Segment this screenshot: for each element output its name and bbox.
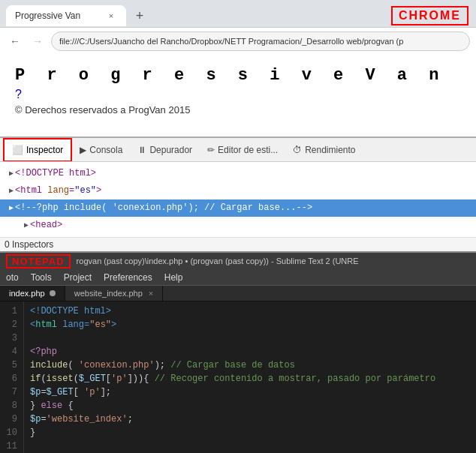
tab-title: Progressive Van [15, 10, 99, 21]
dom-panel: ▶<!DOCTYPE html> ▶<html lang="es"> ▶<!--… [0, 162, 476, 238]
lang-attr-val: "es" [74, 185, 96, 196]
dom-line-php-comment[interactable]: ▶<!--?php include( 'conexion.php'); // C… [0, 200, 476, 217]
style-editor-label: Editor de esti... [218, 145, 278, 155]
code-line-10: } [30, 426, 470, 440]
lang-attr-name: lang [47, 185, 69, 196]
debugger-icon: ⏸ [137, 145, 146, 155]
console-label: Consola [89, 145, 122, 155]
code-line-1: <!DOCTYPE html> [30, 304, 470, 318]
tab-style-editor[interactable]: ✏ Editor de esti... [200, 138, 285, 162]
inspector-label: Inspector [26, 145, 63, 155]
code-line-6: if(isset($_GET['p'])){ // Recoger conten… [30, 372, 470, 386]
code-line-9: $p='website_index'; [30, 412, 470, 426]
code-line-5: include( 'conexion.php'); // Cargar base… [30, 358, 470, 372]
performance-label: Rendimiento [305, 145, 355, 155]
tab-console[interactable]: ▶ Consola [72, 138, 130, 162]
inspector-icon: ⬜ [12, 145, 23, 155]
inspectors-count: 0 Inspectors [5, 239, 53, 250]
chrome-label: CHROME [391, 6, 468, 26]
address-bar[interactable]: file:///C:/Users/Juancho del Rancho/Drop… [51, 32, 470, 51]
code-line-2: <html lang="es"> [30, 318, 470, 332]
nav-bar: ← → file:///C:/Users/Juancho del Rancho/… [0, 27, 476, 54]
code-line-3 [30, 332, 470, 345]
menu-tools[interactable]: Tools [31, 272, 52, 283]
tab-performance[interactable]: ⏱ Rendimiento [285, 138, 363, 162]
head-tag: <head> [30, 220, 62, 230]
tab-website-close[interactable]: × [149, 289, 153, 298]
new-tab-button[interactable]: + [129, 5, 150, 26]
tab-bar: Progressive Van × + CHROME [0, 0, 476, 27]
line-numbers: 1 2 3 4 5 6 7 8 9 10 11 12 13 [0, 302, 24, 453]
menu-help[interactable]: Help [164, 272, 183, 283]
tab-inspector[interactable]: ⬜ Inspector [3, 138, 72, 162]
sublime-window: NOTEPAD rogvan (past copy)\index.php • (… [0, 251, 476, 453]
address-text: file:///C:/Users/Juancho del Rancho/Drop… [59, 37, 403, 46]
tab-index-label: index.php [9, 289, 45, 298]
dom-line-head[interactable]: ▶▶<head> [0, 217, 476, 234]
page-title: P r o g r e s s i v e V a n [15, 66, 461, 85]
webpage-content: P r o g r e s s i v e V a n ? © Derechos… [0, 54, 476, 136]
forward-button[interactable]: → [29, 32, 47, 50]
menu-preferences[interactable]: Preferences [104, 272, 152, 283]
tab-index-php[interactable]: index.php [0, 286, 65, 301]
code-line-11 [30, 440, 470, 453]
tab-modified-indicator [50, 290, 56, 296]
devtools-toolbar: ⬜ Inspector ▶ Consola ⏸ Depurador ✏ Edit… [0, 138, 476, 162]
code-line-7: $p=$_GET[ 'p']; [30, 386, 470, 399]
style-editor-icon: ✏ [207, 145, 215, 155]
sublime-titlebar: NOTEPAD rogvan (past copy)\index.php • (… [0, 253, 476, 269]
console-icon: ▶ [80, 145, 86, 155]
page-question: ? [15, 88, 461, 101]
notepad-label: NOTEPAD [6, 254, 71, 268]
code-content[interactable]: <!DOCTYPE html> <html lang="es"> <?php i… [24, 302, 476, 453]
dom-line-doctype[interactable]: ▶<!DOCTYPE html> [0, 165, 476, 182]
debugger-label: Depurador [149, 145, 192, 155]
menu-oto[interactable]: oto [6, 272, 19, 283]
performance-icon: ⏱ [293, 145, 302, 155]
tab-website-label: website_index.php [74, 289, 143, 298]
inspectors-badge: 0 Inspectors [0, 238, 476, 251]
back-button[interactable]: ← [6, 32, 24, 50]
dom-line-html[interactable]: ▶<html lang="es"> [0, 182, 476, 200]
devtools-panel: ⬜ Inspector ▶ Consola ⏸ Depurador ✏ Edit… [0, 136, 476, 251]
php-comment-text: <!--?php include( 'conexion.php'); // Ca… [15, 202, 312, 213]
page-copyright: © Derechos reservados a ProgVan 2015 [15, 104, 461, 116]
code-line-8: } else { [30, 399, 470, 412]
browser-chrome: Progressive Van × + CHROME ← → file:///C… [0, 0, 476, 54]
code-line-4: <?php [30, 345, 470, 358]
menu-project[interactable]: Project [64, 272, 92, 283]
doctype-text: <!DOCTYPE html> [15, 168, 96, 178]
html-open-tag: <html [15, 185, 42, 196]
sublime-title-text: rogvan (past copy)\index.php • (progvan … [77, 256, 359, 266]
sublime-file-tabs: index.php website_index.php × [0, 286, 476, 302]
browser-tab[interactable]: Progressive Van × [6, 5, 126, 26]
menu-bar: oto Tools Project Preferences Help [0, 269, 476, 286]
tab-debugger[interactable]: ⏸ Depurador [130, 138, 200, 162]
tab-close-button[interactable]: × [105, 10, 117, 22]
tab-website-index-php[interactable]: website_index.php × [65, 286, 164, 301]
code-editor[interactable]: 1 2 3 4 5 6 7 8 9 10 11 12 13 <!DOCTYPE … [0, 302, 476, 453]
